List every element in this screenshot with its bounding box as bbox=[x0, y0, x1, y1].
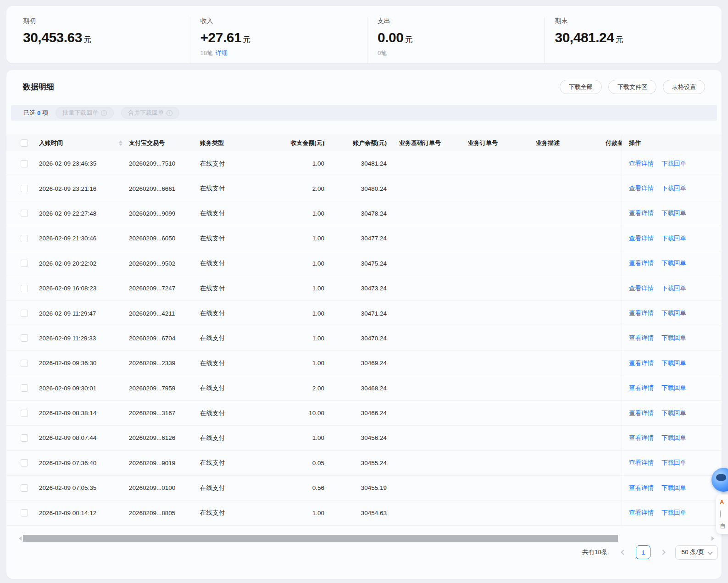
next-page-button[interactable] bbox=[657, 546, 669, 558]
summary-label: 期初 bbox=[23, 17, 190, 25]
view-detail-link[interactable]: 查看详情 bbox=[629, 484, 654, 492]
view-detail-link[interactable]: 查看详情 bbox=[629, 284, 654, 293]
summary-value: 0.00元 bbox=[378, 30, 545, 45]
assistant-mascot-icon[interactable] bbox=[711, 468, 728, 492]
table-row: 2026-02-09 21:30:46 20260209...6050 在线支付… bbox=[6, 226, 722, 251]
unit-label: 元 bbox=[83, 35, 91, 44]
cell-txn: 20260209...6126 bbox=[129, 434, 200, 441]
batch-download-button[interactable]: 批量下载回单i bbox=[56, 107, 114, 119]
row-checkbox[interactable] bbox=[21, 160, 28, 167]
scrollbar-track[interactable] bbox=[23, 535, 710, 542]
cell-type: 在线支付 bbox=[200, 409, 255, 417]
table-row: 2026-02-09 07:05:35 20260209...0100 在线支付… bbox=[6, 476, 722, 500]
view-detail-link[interactable]: 查看详情 bbox=[629, 434, 654, 442]
download-receipt-link[interactable]: 下载回单 bbox=[661, 259, 686, 267]
chevron-left-icon bbox=[621, 550, 626, 555]
view-detail-link[interactable]: 查看详情 bbox=[629, 309, 654, 317]
service-icon[interactable] bbox=[720, 511, 727, 517]
view-detail-link[interactable]: 查看详情 bbox=[629, 334, 654, 342]
unit-label: 元 bbox=[243, 35, 250, 44]
hot-icon[interactable]: A bbox=[720, 499, 727, 505]
row-checkbox[interactable] bbox=[21, 360, 28, 367]
view-detail-link[interactable]: 查看详情 bbox=[629, 209, 654, 217]
chevron-right-icon bbox=[661, 550, 666, 555]
view-detail-link[interactable]: 查看详情 bbox=[629, 384, 654, 392]
cell-amount: 2.00 bbox=[255, 385, 324, 392]
download-all-button[interactable]: 下载全部 bbox=[560, 80, 602, 94]
download-receipt-link[interactable]: 下载回单 bbox=[661, 409, 686, 417]
prev-page-button[interactable] bbox=[617, 546, 629, 558]
row-checkbox[interactable] bbox=[21, 334, 28, 342]
data-detail-panel: 数据明细 下载全部 下载文件区 表格设置 已选 0 项 批量下载回单i 合并下载… bbox=[6, 70, 722, 579]
table-row: 2026-02-09 20:22:02 20260209...9502 在线支付… bbox=[6, 251, 722, 276]
view-detail-link[interactable]: 查看详情 bbox=[629, 160, 654, 168]
view-detail-link[interactable]: 查看详情 bbox=[629, 509, 654, 517]
feedback-icon[interactable]: 自 bbox=[720, 522, 727, 529]
view-detail-link[interactable]: 查看详情 bbox=[629, 459, 654, 467]
download-receipt-link[interactable]: 下载回单 bbox=[661, 434, 686, 442]
cell-amount: 1.00 bbox=[255, 210, 324, 217]
download-receipt-link[interactable]: 下载回单 bbox=[661, 284, 686, 293]
toolbar: 下载全部 下载文件区 表格设置 bbox=[560, 80, 705, 94]
cell-amount: 1.00 bbox=[255, 260, 324, 267]
merge-download-button[interactable]: 合并下载回单i bbox=[121, 107, 179, 119]
cell-type: 在线支付 bbox=[200, 160, 255, 168]
download-receipt-link[interactable]: 下载回单 bbox=[661, 234, 686, 243]
cell-time: 2026-02-09 20:22:02 bbox=[39, 260, 129, 267]
summary-value: +27.61元 bbox=[200, 30, 367, 45]
download-receipt-link[interactable]: 下载回单 bbox=[661, 459, 686, 467]
select-all-checkbox[interactable] bbox=[21, 139, 28, 147]
cell-balance: 30470.24 bbox=[324, 335, 387, 342]
cell-balance: 30473.24 bbox=[324, 285, 387, 292]
view-detail-link[interactable]: 查看详情 bbox=[629, 359, 654, 367]
row-checkbox[interactable] bbox=[21, 235, 28, 242]
scrollbar-thumb[interactable] bbox=[23, 535, 618, 542]
row-checkbox[interactable] bbox=[21, 260, 28, 267]
col-balance: 账户余额(元) bbox=[324, 139, 387, 147]
income-detail-link[interactable]: 详细 bbox=[216, 50, 228, 56]
cell-balance: 30469.24 bbox=[324, 360, 387, 366]
download-receipt-link[interactable]: 下载回单 bbox=[661, 184, 686, 193]
row-checkbox[interactable] bbox=[21, 434, 28, 442]
row-checkbox[interactable] bbox=[21, 384, 28, 392]
row-checkbox[interactable] bbox=[21, 459, 28, 466]
download-receipt-link[interactable]: 下载回单 bbox=[661, 309, 686, 317]
table-settings-button[interactable]: 表格设置 bbox=[663, 80, 705, 94]
row-checkbox[interactable] bbox=[21, 509, 28, 516]
cell-balance: 30455.24 bbox=[324, 460, 387, 466]
download-zone-button[interactable]: 下载文件区 bbox=[608, 80, 656, 94]
summary-expense: 支出 0.00元 0笔 bbox=[367, 17, 545, 63]
sort-icon[interactable] bbox=[119, 140, 122, 146]
row-checkbox[interactable] bbox=[21, 410, 28, 417]
row-checkbox[interactable] bbox=[21, 285, 28, 292]
cell-type: 在线支付 bbox=[200, 334, 255, 342]
cell-balance: 30466.24 bbox=[324, 410, 387, 416]
scroll-left-icon[interactable] bbox=[17, 535, 23, 542]
selected-prefix: 已选 bbox=[23, 109, 35, 117]
download-receipt-link[interactable]: 下载回单 bbox=[661, 384, 686, 392]
row-checkbox[interactable] bbox=[21, 210, 28, 217]
download-receipt-link[interactable]: 下载回单 bbox=[661, 160, 686, 168]
page-number-button[interactable]: 1 bbox=[636, 545, 650, 559]
download-receipt-link[interactable]: 下载回单 bbox=[661, 509, 686, 517]
row-checkbox[interactable] bbox=[21, 185, 28, 192]
download-receipt-link[interactable]: 下载回单 bbox=[661, 359, 686, 367]
table-row: 2026-02-09 08:38:14 20260209...3167 在线支付… bbox=[6, 401, 722, 426]
view-detail-link[interactable]: 查看详情 bbox=[629, 184, 654, 193]
cell-txn: 20260209...9019 bbox=[129, 460, 200, 466]
cell-txn: 20260209...6661 bbox=[129, 185, 200, 192]
download-receipt-link[interactable]: 下载回单 bbox=[661, 334, 686, 342]
cell-balance: 30481.24 bbox=[324, 160, 387, 167]
cell-type: 在线支付 bbox=[200, 509, 255, 517]
assistant-mini-panel[interactable]: A 自 bbox=[716, 494, 728, 534]
download-receipt-link[interactable]: 下载回单 bbox=[661, 484, 686, 492]
cell-type: 在线支付 bbox=[200, 484, 255, 492]
row-checkbox[interactable] bbox=[21, 484, 28, 492]
assistant-widget: A 自 bbox=[707, 468, 728, 578]
download-receipt-link[interactable]: 下载回单 bbox=[661, 209, 686, 217]
view-detail-link[interactable]: 查看详情 bbox=[629, 234, 654, 243]
view-detail-link[interactable]: 查看详情 bbox=[629, 259, 654, 267]
unit-label: 元 bbox=[615, 35, 623, 44]
row-checkbox[interactable] bbox=[21, 310, 28, 317]
view-detail-link[interactable]: 查看详情 bbox=[629, 409, 654, 417]
